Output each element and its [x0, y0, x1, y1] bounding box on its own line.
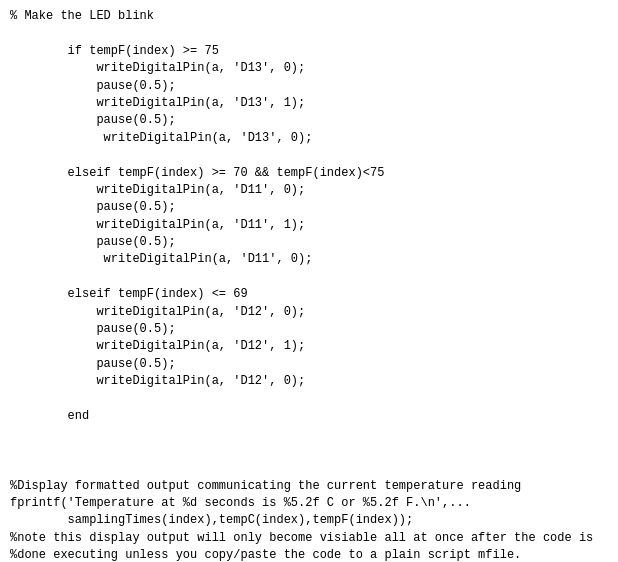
code-line: %done executing unless you copy/paste th…	[10, 547, 608, 562]
code-line: writeDigitalPin(a, 'D12', 1);	[10, 338, 608, 355]
code-line	[10, 425, 608, 442]
code-line: pause(0.5);	[10, 356, 608, 373]
code-line: writeDigitalPin(a, 'D13', 0);	[10, 60, 608, 77]
code-line: % Make the LED blink	[10, 8, 608, 25]
code-line: writeDigitalPin(a, 'D11', 0);	[10, 251, 608, 268]
code-line: pause(0.5);	[10, 199, 608, 216]
code-line	[10, 443, 608, 460]
code-line: writeDigitalPin(a, 'D12', 0);	[10, 373, 608, 390]
code-line: elseif tempF(index) <= 69	[10, 286, 608, 303]
code-line: samplingTimes(index),tempC(index),tempF(…	[10, 512, 608, 529]
code-line	[10, 460, 608, 477]
code-line: fprintf('Temperature at %d seconds is %5…	[10, 495, 608, 512]
code-line: writeDigitalPin(a, 'D11', 1);	[10, 217, 608, 234]
code-line: elseif tempF(index) >= 70 && tempF(index…	[10, 165, 608, 182]
code-line: pause(0.5);	[10, 321, 608, 338]
code-line: writeDigitalPin(a, 'D13', 0);	[10, 130, 608, 147]
code-line: pause(0.5);	[10, 234, 608, 251]
code-line: %Display formatted output communicating …	[10, 478, 608, 495]
code-line	[10, 391, 608, 408]
code-line	[10, 269, 608, 286]
code-line: %note this display output will only beco…	[10, 530, 608, 547]
code-line: pause(0.5);	[10, 112, 608, 129]
code-line: end	[10, 408, 608, 425]
code-line: writeDigitalPin(a, 'D13', 1);	[10, 95, 608, 112]
code-line: if tempF(index) >= 75	[10, 43, 608, 60]
code-editor: % Make the LED blink if tempF(index) >= …	[0, 0, 618, 562]
code-line: pause(0.5);	[10, 78, 608, 95]
code-line: writeDigitalPin(a, 'D12', 0);	[10, 304, 608, 321]
code-line: writeDigitalPin(a, 'D11', 0);	[10, 182, 608, 199]
code-line	[10, 25, 608, 42]
code-line	[10, 147, 608, 164]
